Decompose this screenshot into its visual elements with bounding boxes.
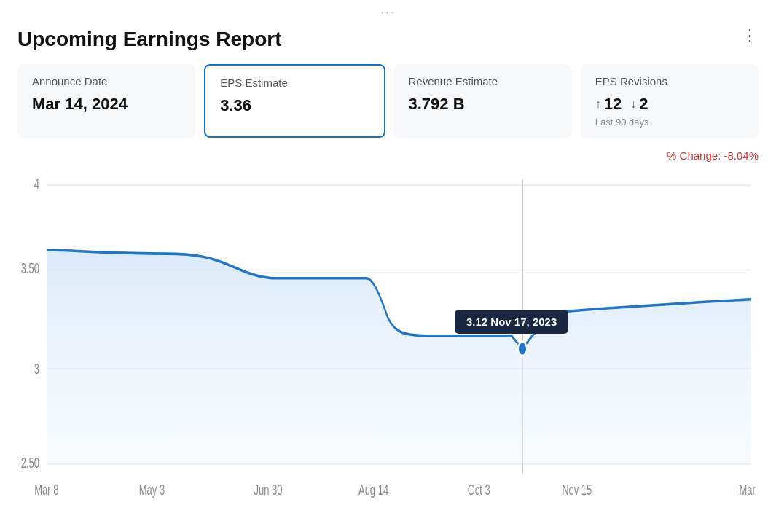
svg-point-9	[518, 341, 527, 355]
revisions-down-count: 2	[639, 95, 648, 114]
revenue-estimate-label: Revenue Estimate	[409, 74, 557, 89]
svg-text:3: 3	[34, 359, 39, 377]
page-title: Upcoming Earnings Report	[17, 28, 281, 51]
arrow-up-icon: ↑	[595, 98, 601, 111]
svg-text:Aug 14: Aug 14	[358, 480, 388, 498]
svg-text:Mar 8: Mar 8	[34, 480, 58, 498]
svg-text:Oct 3: Oct 3	[468, 480, 490, 498]
revisions-period: Last 90 days	[595, 117, 744, 128]
eps-estimate-card: EPS Estimate 3.36	[204, 64, 385, 138]
svg-text:Mar 8: Mar 8	[739, 480, 759, 498]
page-header: Upcoming Earnings Report ⋮	[17, 15, 759, 51]
announce-date-value: Mar 14, 2024	[32, 95, 181, 114]
eps-revisions-label: EPS Revisions	[595, 74, 744, 89]
svg-text:3.50: 3.50	[21, 259, 39, 277]
eps-estimate-value: 3.36	[220, 96, 369, 115]
arrow-down-icon: ↓	[630, 98, 636, 111]
eps-revisions-card: EPS Revisions ↑ 12 ↓ 2 Last 90 days	[581, 64, 759, 138]
revisions-up-count: 12	[604, 95, 622, 114]
svg-text:Nov 15: Nov 15	[562, 480, 592, 498]
announce-date-label: Announce Date	[32, 74, 181, 89]
chart-area: 4 3.50 3 2.50	[17, 168, 759, 533]
svg-text:2.50: 2.50	[21, 453, 39, 471]
eps-estimate-label: EPS Estimate	[220, 76, 369, 90]
revisions-up: ↑ 12	[595, 95, 622, 114]
svg-text:Jun 30: Jun 30	[254, 480, 283, 498]
svg-text:4: 4	[34, 174, 39, 192]
more-options-button[interactable]: ⋮	[742, 28, 759, 44]
revisions-down: ↓ 2	[630, 95, 648, 114]
announce-date-card: Announce Date Mar 14, 2024	[17, 64, 195, 138]
svg-text:May 3: May 3	[139, 480, 165, 498]
eps-chart: 4 3.50 3 2.50	[17, 168, 759, 533]
revenue-estimate-value: 3.792 B	[409, 95, 557, 114]
revenue-estimate-card: Revenue Estimate 3.792 B	[394, 64, 572, 138]
drag-handle-dots: ···	[0, 4, 776, 20]
revisions-row: ↑ 12 ↓ 2	[595, 95, 744, 114]
metrics-row: Announce Date Mar 14, 2024 EPS Estimate …	[17, 64, 759, 138]
pct-change-label: % Change: -8.04%	[17, 149, 759, 162]
